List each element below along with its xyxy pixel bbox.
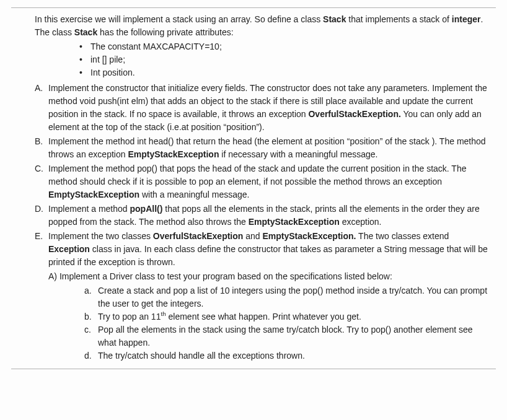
intro-bold-stack2: Stack [74, 27, 97, 37]
attr-text: Int position. [90, 66, 135, 79]
item-body: Implement the method pop() that pops the… [48, 162, 490, 201]
bold-emptystack: EmptyStackException [48, 190, 139, 199]
sub-ordered-list: a. Create a stack and pop a list of 10 i… [84, 284, 490, 362]
text: Implement the method pop() that pops the… [48, 164, 467, 186]
bold-overfulstack: OverfulStackExeption [153, 231, 244, 241]
sub-text: Try to pop an 11th element see what happ… [98, 310, 490, 323]
bold-emptystack: EmptyStackException [249, 217, 340, 227]
intro-text: has the following private attributes: [97, 27, 233, 37]
text: class in java. In each class define the … [48, 244, 488, 267]
item-body: Implement the two classes OverfulStackEx… [48, 230, 490, 362]
item-letter: C. [35, 162, 48, 175]
text: exception. [340, 217, 382, 227]
bold-emptystack: EmptyStackException. [263, 231, 356, 241]
sub-item-c: c. Pop all the elements in the stack usi… [84, 323, 490, 349]
item-a: A. Implement the constructor that initia… [35, 82, 490, 134]
text: Implement the two classes [48, 231, 153, 241]
item-body: Implement the method int head() that ret… [48, 135, 490, 161]
intro-bold-integer: integer [452, 14, 481, 24]
item-letter: B. [35, 135, 48, 148]
bullet-icon: • [79, 66, 90, 79]
sub-item-d: d. The try/catch should handle all the e… [84, 349, 490, 362]
sub-b-post: element see what happen. Print whatever … [166, 312, 361, 322]
text: and [243, 231, 262, 241]
bold-popall: popAll() [130, 204, 163, 214]
sub-letter: c. [84, 323, 98, 336]
sub-item-a: a. Create a stack and pop a list of 10 i… [84, 284, 490, 310]
item-letter: E. [35, 230, 48, 243]
sub-text: Pop all the elements in the stack using … [98, 323, 490, 349]
item-b: B. Implement the method int head() that … [35, 135, 490, 161]
bold-emptystack: EmptyStackException [128, 149, 219, 159]
item-body: Implement the constructor that initializ… [48, 82, 490, 134]
bullet-icon: • [79, 40, 90, 53]
exercise-document: In this exercise we will implement a sta… [11, 7, 496, 369]
item-letter: D. [35, 203, 48, 216]
sub-text: Create a stack and pop a list of 10 inte… [98, 284, 490, 310]
sub-text: The try/catch should handle all the exce… [98, 349, 490, 362]
text: Implement a method [48, 204, 130, 214]
text: with a meaningful message. [139, 190, 249, 199]
intro-text: In this exercise we will implement a sta… [35, 14, 323, 24]
attr-text: int [] pile; [90, 53, 125, 66]
superscript-th: th [161, 310, 165, 317]
sub-letter: b. [84, 310, 98, 323]
attr-text: The constant MAXCAPACITY=10; [90, 40, 222, 53]
sub-item-b: b. Try to pop an 11th element see what h… [84, 310, 490, 323]
text: if necessary with a meaningful message. [219, 149, 377, 159]
sub-letter: d. [84, 349, 98, 362]
sub-letter: a. [84, 284, 98, 297]
item-c: C. Implement the method pop() that pops … [35, 162, 490, 201]
attr-item: • int [] pile; [79, 53, 496, 66]
intro-bold-stack: Stack [323, 14, 346, 24]
attribute-bullet-list: • The constant MAXCAPACITY=10; • int [] … [79, 40, 496, 79]
text: The two classes extend [356, 231, 449, 241]
item-e: E. Implement the two classes OverfulStac… [35, 230, 490, 362]
attr-item: • The constant MAXCAPACITY=10; [79, 40, 496, 53]
sub-b-pre: Try to pop an 11 [98, 312, 161, 322]
bold-overfulstack: OverfulStackExeption. [308, 109, 400, 119]
intro-text: that implements a stack of [346, 14, 451, 24]
item-body: Implement a method popAll() that pops al… [48, 203, 490, 229]
inner-a-line: A) Implement a Driver class to test your… [48, 270, 490, 283]
main-ordered-list: A. Implement the constructor that initia… [35, 82, 490, 362]
intro-paragraph: In this exercise we will implement a sta… [35, 13, 490, 39]
bold-exception: Exception [48, 244, 90, 254]
attr-item: • Int position. [79, 66, 496, 79]
bullet-icon: • [79, 53, 90, 66]
item-d: D. Implement a method popAll() that pops… [35, 203, 490, 229]
item-letter: A. [35, 82, 48, 95]
